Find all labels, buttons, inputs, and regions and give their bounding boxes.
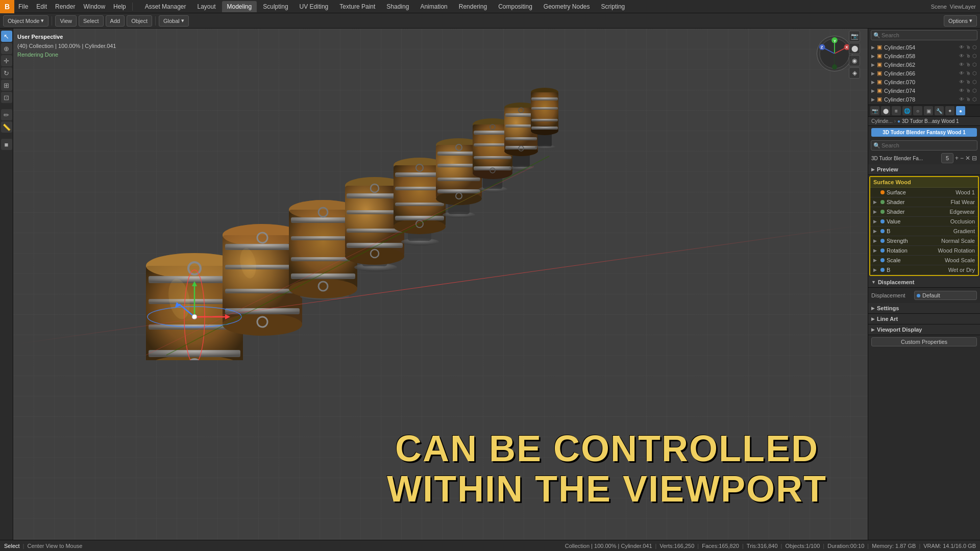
viewport-header-info: User Perspective (40) Collection | 100.0…: [17, 33, 116, 60]
view-button[interactable]: View: [55, 15, 77, 27]
tab-animation[interactable]: Animation: [415, 1, 452, 12]
viewport-shading-btn[interactable]: ⬤: [849, 43, 860, 54]
shader-count-input[interactable]: [941, 153, 953, 163]
node-row-normal-scale[interactable]: ▶ Strength Normal Scale: [870, 236, 978, 246]
breadcrumb-item-2[interactable]: 3D Tudor B...asy Wood 1: [902, 118, 959, 124]
object-mode-button[interactable]: Object Mode ▾: [3, 15, 48, 27]
outliner-item[interactable]: ▶ ▣ Cylinder.074 👁 🖱 ⬡: [868, 86, 980, 95]
annotate-tool-button[interactable]: ✏: [1, 109, 12, 120]
shader-search-input[interactable]: [871, 140, 977, 151]
add-cube-button[interactable]: ■: [1, 139, 12, 150]
properties-tab-scene[interactable]: 🌐: [902, 106, 912, 115]
arrow-icon: ▶: [871, 62, 875, 67]
outliner-item[interactable]: ▶ ▣ Cylinder.070 👁 🖱 ⬡: [868, 78, 980, 86]
node-row-surface[interactable]: Surface Wood 1: [870, 188, 978, 197]
add-shader-btn[interactable]: +: [955, 155, 959, 162]
outliner-item[interactable]: ▶ ▣ Cylinder.066 👁 🖱 ⬡: [868, 69, 980, 78]
add-button[interactable]: Add: [106, 15, 125, 27]
node-row-wet-dry[interactable]: ▶ B Wet or Dry: [870, 265, 978, 275]
render-status: Rendering Done: [17, 51, 116, 60]
line-art-arrow-icon: ▶: [871, 316, 875, 321]
properties-tab-output[interactable]: ⬤: [881, 106, 890, 115]
object-button[interactable]: Object: [127, 15, 152, 27]
outliner-search-input[interactable]: [871, 30, 977, 40]
viewport-display-arrow-icon: ▶: [871, 327, 875, 332]
svg-text:Z: Z: [821, 45, 823, 49]
properties-tab-render[interactable]: 📷: [870, 106, 879, 115]
tab-scripting[interactable]: Scripting: [596, 1, 630, 12]
node-row-flat-wear[interactable]: ▶ Shader Flat Wear: [870, 197, 978, 207]
overlays-btn[interactable]: ◉: [849, 55, 860, 66]
move-tool-button[interactable]: ✛: [1, 55, 12, 66]
menu-window[interactable]: Window: [79, 1, 109, 12]
tab-rendering[interactable]: Rendering: [454, 1, 492, 12]
settings-title: Settings: [877, 305, 899, 311]
tab-layout[interactable]: Layout: [192, 1, 220, 12]
select-tool-button[interactable]: ↖: [1, 31, 12, 42]
custom-properties-btn[interactable]: Custom Properties: [871, 337, 977, 346]
close-shader-btn[interactable]: ✕: [965, 155, 970, 162]
line-art-section-header[interactable]: ▶ Line Art: [868, 314, 980, 324]
viewport-overlay-text: CAN BE CONTROLLED WITHIN THE VIEWPORT: [387, 429, 827, 509]
menu-help[interactable]: Help: [109, 1, 130, 12]
svg-rect-61: [395, 203, 444, 206]
dot-displacement: [917, 294, 920, 297]
measure-tool-button[interactable]: 📏: [1, 121, 12, 133]
bottom-bar: Select | Center View to Mouse Collection…: [0, 540, 980, 551]
outliner-item[interactable]: ▶ ▣ Cylinder.054 👁 🖱 ⬡: [868, 43, 980, 52]
displacement-section-header[interactable]: ▼ Displacement: [868, 277, 980, 288]
displacement-value[interactable]: Default: [914, 291, 977, 300]
properties-tab-material[interactable]: ●: [956, 106, 965, 115]
menu-edit[interactable]: Edit: [32, 1, 51, 12]
node-row-gradient[interactable]: ▶ B Gradient: [870, 227, 978, 236]
remove-shader-btn[interactable]: −: [960, 155, 964, 162]
preview-section-header[interactable]: ▶ Preview: [868, 164, 980, 175]
viewport-display-section-header[interactable]: ▶ Viewport Display: [868, 324, 980, 335]
tab-modeling[interactable]: Modeling: [222, 1, 257, 12]
outliner-item[interactable]: ▶ ▣ Cylinder.062 👁 🖱 ⬡: [868, 60, 980, 69]
displacement-value-text: Default: [922, 292, 940, 298]
filter-shader-icon[interactable]: ⊟: [972, 155, 977, 162]
menu-file[interactable]: File: [14, 1, 32, 12]
object-mode-label: Object Mode: [8, 18, 39, 24]
node-row-rotation[interactable]: ▶ Rotation Wood Rotation: [870, 246, 978, 256]
select-button[interactable]: Select: [79, 15, 104, 27]
outliner-icon: ▣: [877, 79, 882, 85]
tab-geometry-nodes[interactable]: Geometry Nodes: [538, 1, 595, 12]
scale-tool-button[interactable]: ⊞: [1, 80, 12, 91]
settings-section-header[interactable]: ▶ Settings: [868, 303, 980, 314]
node-label-flat-wear: Shader: [887, 199, 949, 205]
node-row-occlusion[interactable]: ▶ Value Occlusion: [870, 217, 978, 227]
tab-uv-editing[interactable]: UV Editing: [295, 1, 334, 12]
properties-tab-modifier[interactable]: 🔧: [935, 106, 944, 115]
tab-compositing[interactable]: Compositing: [493, 1, 537, 12]
cursor-tool-button[interactable]: ⊕: [1, 43, 12, 54]
rotate-tool-button[interactable]: ↻: [1, 67, 12, 79]
node-row-wood-scale[interactable]: ▶ Scale Wood Scale: [870, 256, 978, 265]
camera-perspective-btn[interactable]: 📷: [849, 31, 860, 42]
viewport[interactable]: User Perspective (40) Collection | 100.0…: [13, 29, 868, 540]
material-name-badge[interactable]: 3D Tudor Blender Fantasy Wood 1: [871, 128, 977, 137]
tab-asset-manager[interactable]: Asset Manager: [140, 1, 191, 12]
properties-tab-particles[interactable]: ✦: [945, 106, 954, 115]
xray-btn[interactable]: ◈: [849, 67, 860, 79]
properties-tab-object[interactable]: ▣: [924, 106, 933, 115]
outliner-item[interactable]: ▶ ▣ Cylinder.078 👁 🖱 ⬡: [868, 95, 980, 104]
bottom-sep-3: |: [697, 543, 699, 549]
tab-shading[interactable]: Shading: [381, 1, 414, 12]
chevron-down-icon: ▾: [41, 17, 44, 24]
gizmo-sphere[interactable]: Y X Z: [817, 36, 852, 71]
properties-tab-view-layer[interactable]: ≡: [892, 106, 901, 115]
transform-tool-button[interactable]: ⊡: [1, 92, 12, 103]
menu-render[interactable]: Render: [51, 1, 79, 12]
vram-info: VRAM: 14.1/16.0 GB: [923, 543, 976, 549]
tab-texture-paint[interactable]: Texture Paint: [334, 1, 380, 12]
global-button[interactable]: Global ▾: [159, 15, 189, 27]
outliner-item[interactable]: ▶ ▣ Cylinder.058 👁 🖱 ⬡: [868, 52, 980, 60]
properties-tab-world[interactable]: ○: [913, 106, 922, 115]
options-button[interactable]: Options ▾: [944, 15, 977, 27]
breadcrumb-item-1[interactable]: Cylinde...: [871, 118, 893, 124]
node-row-edgewear[interactable]: ▶ Shader Edgewear: [870, 207, 978, 217]
tab-sculpting[interactable]: Sculpting: [258, 1, 293, 12]
displacement-prop-row: Displacement Default: [871, 290, 977, 301]
